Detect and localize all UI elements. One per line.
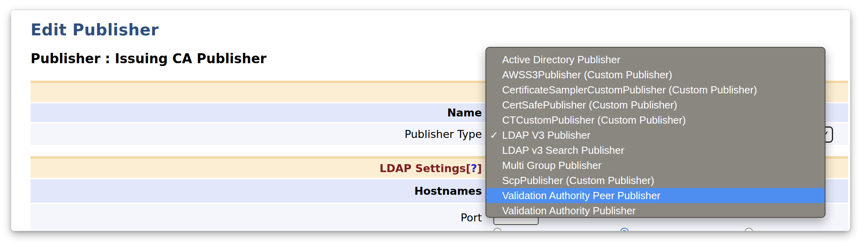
publisher-type-dropdown-menu: Active Directory Publisher AWSS3Publishe… xyxy=(485,47,825,218)
dropdown-option-checked[interactable]: ✓LDAP V3 Publisher xyxy=(486,128,825,143)
checkmark-icon: ✓ xyxy=(490,128,502,143)
dropdown-option[interactable]: LDAP v3 Search Publisher xyxy=(486,143,825,158)
publisher-subtitle: Publisher : Issuing CA Publisher xyxy=(31,51,267,66)
name-label: Name xyxy=(31,107,487,119)
dropdown-option[interactable]: AWSS3Publisher (Custom Publisher) xyxy=(486,67,825,82)
page-title: Edit Publisher xyxy=(31,21,159,39)
page-root: Edit Publisher Publisher : Issuing CA Pu… xyxy=(0,0,868,250)
dropdown-option[interactable]: CertSafePublisher (Custom Publisher) xyxy=(486,97,825,112)
dropdown-option[interactable]: CertificateSamplerCustomPublisher (Custo… xyxy=(486,82,825,97)
publisher-type-label: Publisher Type xyxy=(31,128,487,140)
dropdown-option-highlighted[interactable]: Validation Authority Peer Publisher xyxy=(486,188,825,203)
dropdown-option[interactable]: Active Directory Publisher xyxy=(486,52,825,67)
help-question-icon: ? xyxy=(471,162,477,174)
hostnames-label: Hostnames xyxy=(31,185,487,197)
port-label: Port xyxy=(31,211,487,224)
dropdown-option-list: Active Directory Publisher AWSS3Publishe… xyxy=(486,48,825,218)
ldap-settings-label: LDAP Settings xyxy=(379,162,466,174)
ldap-settings-help-link[interactable]: [?] xyxy=(466,162,482,174)
radio-dot xyxy=(622,230,626,231)
dropdown-option[interactable]: Multi Group Publisher xyxy=(486,158,825,173)
dropdown-option[interactable]: ScpPublisher (Custom Publisher) xyxy=(486,173,825,188)
ldap-settings-header: LDAP Settings[?] xyxy=(31,162,487,174)
dropdown-option[interactable]: Validation Authority Publisher xyxy=(486,203,825,218)
dropdown-option[interactable]: CTCustomPublisher (Custom Publisher) xyxy=(486,112,825,128)
